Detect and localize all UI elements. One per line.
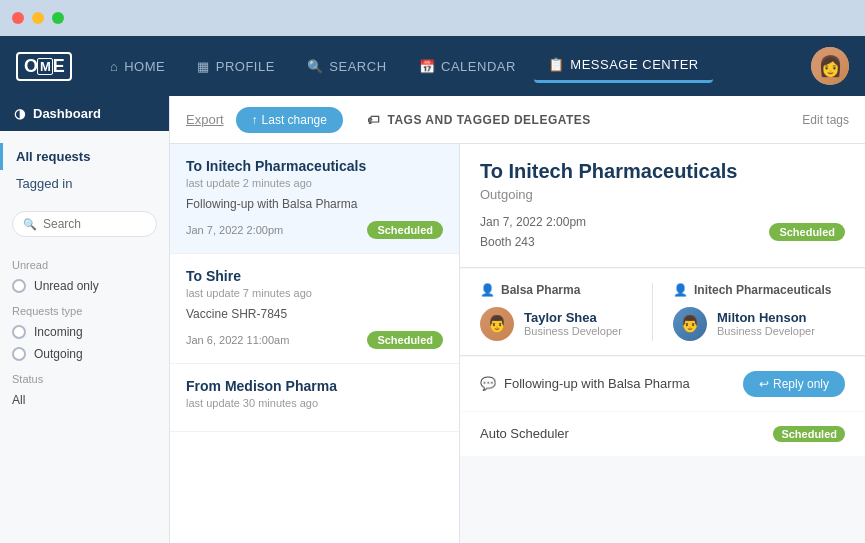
nav-item-message-center[interactable]: 📋 MESSAGE CENTER — [534, 49, 713, 83]
message-footer: Jan 7, 2022 2:00pm Scheduled — [186, 221, 443, 239]
outgoing-radio[interactable] — [12, 347, 26, 361]
participant-person-right: 👨 Milton Henson Business Developer — [673, 307, 845, 341]
reply-icon: ↩ — [759, 377, 769, 391]
home-icon: ⌂ — [110, 59, 118, 74]
message-time: last update 30 minutes ago — [186, 397, 443, 409]
sidebar-item-all-requests[interactable]: All requests — [0, 143, 169, 170]
message-date: Jan 7, 2022 2:00pm — [186, 224, 283, 236]
avatar-left: 👨 — [480, 307, 514, 341]
nav-item-search[interactable]: 🔍 SEARCH — [293, 51, 401, 82]
sidebar-item-tagged-in[interactable]: Tagged in — [0, 170, 169, 197]
toolbar: Export ↑ Last change 🏷 TAGS AND TAGGED D… — [170, 96, 865, 144]
message-section-text: 💬 Following-up with Balsa Pharma — [480, 376, 690, 391]
nav-item-home[interactable]: ⌂ HOME — [96, 51, 179, 82]
message-time: last update 7 minutes ago — [186, 287, 443, 299]
logo-text: OME — [16, 52, 72, 81]
sidebar-dashboard[interactable]: ◑ Dashboard — [0, 96, 169, 131]
participant-company-right: 👤 Initech Pharmaceuticals — [673, 283, 845, 297]
sidebar: ◑ Dashboard All requests Tagged in 🔍 Unr… — [0, 96, 170, 543]
dashboard-icon: ◑ — [14, 106, 25, 121]
navbar: OME ⌂ HOME ▦ PROFILE 🔍 SEARCH 📅 CALENDAR… — [0, 36, 865, 96]
status-badge: Scheduled — [367, 331, 443, 349]
detail-title: To Initech Pharmaceuticals — [480, 160, 845, 183]
message-date: Jan 6, 2022 11:00am — [186, 334, 289, 346]
main-area: Export ↑ Last change 🏷 TAGS AND TAGGED D… — [170, 96, 865, 543]
participant-role-right: Business Developer — [717, 325, 815, 337]
unread-group-label: Unread — [12, 259, 157, 271]
app-layout: ◑ Dashboard All requests Tagged in 🔍 Unr… — [0, 96, 865, 543]
sidebar-filters: Unread Unread only Requests type Incomin… — [0, 247, 169, 415]
message-item[interactable]: From Medison Pharma last update 30 minut… — [170, 364, 459, 432]
calendar-icon: 📅 — [419, 59, 436, 74]
participants-section: 👤 Balsa Pharma 👨 Taylor Shea Business De… — [460, 269, 865, 356]
message-body: Following-up with Balsa Pharma — [186, 197, 443, 211]
unread-only-radio[interactable] — [12, 279, 26, 293]
detail-header-row: Jan 7, 2022 2:00pm Booth 243 Scheduled — [480, 212, 845, 253]
sidebar-nav: All requests Tagged in — [0, 131, 169, 205]
auto-scheduler-badge: Scheduled — [773, 426, 845, 442]
maximize-button[interactable] — [52, 12, 64, 24]
incoming-radio[interactable] — [12, 325, 26, 339]
message-bubble-icon: 💬 — [480, 376, 496, 391]
message-list: To Initech Pharmaceuticals last update 2… — [170, 144, 460, 543]
avatar[interactable]: 👩 — [811, 47, 849, 85]
arrow-up-icon: ↑ — [252, 113, 258, 127]
titlebar — [0, 0, 865, 36]
detail-booth: Booth 243 — [480, 232, 586, 252]
message-title: From Medison Pharma — [186, 378, 443, 394]
participant-person-left: 👨 Taylor Shea Business Developer — [480, 307, 652, 341]
participant-col-left: 👤 Balsa Pharma 👨 Taylor Shea Business De… — [480, 283, 652, 341]
filter-unread-only[interactable]: Unread only — [12, 275, 157, 297]
detail-panel: To Initech Pharmaceuticals Outgoing Jan … — [460, 144, 865, 543]
close-button[interactable] — [12, 12, 24, 24]
nav-item-profile[interactable]: ▦ PROFILE — [183, 51, 289, 82]
person-icon: 👤 — [480, 283, 495, 297]
participant-name-left: Taylor Shea — [524, 310, 622, 325]
search-icon: 🔍 — [23, 218, 37, 231]
message-title: To Initech Pharmaceuticals — [186, 158, 443, 174]
search-icon: 🔍 — [307, 59, 324, 74]
detail-status-badge: Scheduled — [769, 223, 845, 241]
minimize-button[interactable] — [32, 12, 44, 24]
participant-role-left: Business Developer — [524, 325, 622, 337]
requests-type-label: Requests type — [12, 305, 157, 317]
nav-items: ⌂ HOME ▦ PROFILE 🔍 SEARCH 📅 CALENDAR 📋 M… — [96, 49, 811, 83]
message-footer: Jan 6, 2022 11:00am Scheduled — [186, 331, 443, 349]
nav-item-calendar[interactable]: 📅 CALENDAR — [405, 51, 530, 82]
auto-scheduler-section: Auto Scheduler Scheduled — [460, 412, 865, 456]
nav-logo: OME — [16, 52, 72, 81]
status-group-label: Status — [12, 373, 157, 385]
detail-direction: Outgoing — [480, 187, 845, 202]
edit-tags-button[interactable]: Edit tags — [802, 113, 849, 127]
avatar-right: 👨 — [673, 307, 707, 341]
search-input[interactable] — [43, 217, 146, 231]
message-item[interactable]: To Initech Pharmaceuticals last update 2… — [170, 144, 459, 254]
message-time: last update 2 minutes ago — [186, 177, 443, 189]
last-change-label: Last change — [262, 113, 327, 127]
auto-scheduler-label: Auto Scheduler — [480, 426, 569, 441]
export-button[interactable]: Export — [186, 112, 224, 127]
auto-scheduler-text: Auto Scheduler — [480, 426, 569, 441]
filter-outgoing[interactable]: Outgoing — [12, 343, 157, 365]
status-badge: Scheduled — [367, 221, 443, 239]
sidebar-search-box[interactable]: 🔍 — [12, 211, 157, 237]
tag-icon: 🏷 — [367, 113, 380, 127]
content-panels: To Initech Pharmaceuticals last update 2… — [170, 144, 865, 543]
participant-name-right: Milton Henson — [717, 310, 815, 325]
participant-col-right: 👤 Initech Pharmaceuticals 👨 Milton Henso… — [652, 283, 845, 341]
participant-company-left: 👤 Balsa Pharma — [480, 283, 652, 297]
last-change-button[interactable]: ↑ Last change — [236, 107, 343, 133]
filter-incoming[interactable]: Incoming — [12, 321, 157, 343]
person-icon: 👤 — [673, 283, 688, 297]
tags-section: 🏷 TAGS AND TAGGED DELEGATES — [367, 113, 591, 127]
message-title: To Shire — [186, 268, 443, 284]
message-section: 💬 Following-up with Balsa Pharma ↩ Reply… — [460, 357, 865, 411]
detail-date: Jan 7, 2022 2:00pm — [480, 212, 586, 232]
filter-status-all[interactable]: All — [12, 389, 157, 411]
message-body: Vaccine SHR-7845 — [186, 307, 443, 321]
detail-header: To Initech Pharmaceuticals Outgoing Jan … — [460, 144, 865, 268]
detail-date-info: Jan 7, 2022 2:00pm Booth 243 — [480, 212, 586, 253]
message-item[interactable]: To Shire last update 7 minutes ago Vacci… — [170, 254, 459, 364]
avatar-image: 👩 — [811, 47, 849, 85]
reply-only-button[interactable]: ↩ Reply only — [743, 371, 845, 397]
